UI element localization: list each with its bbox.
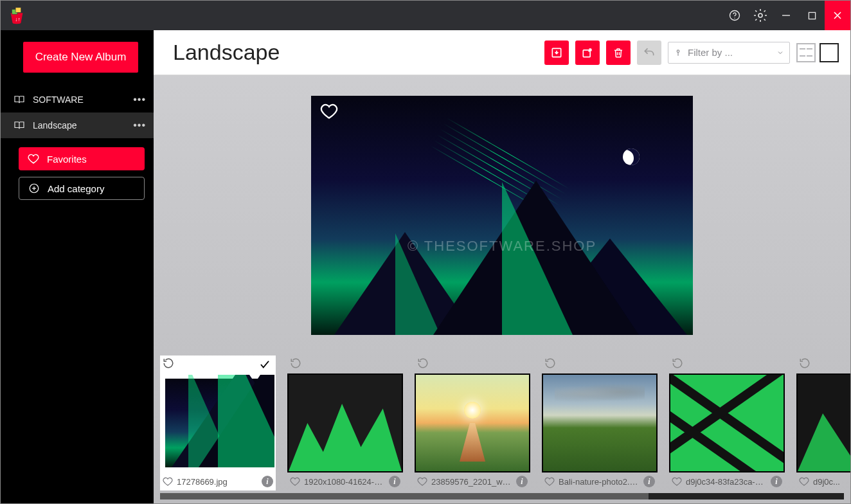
thumb-top [415, 356, 530, 374]
preview-area: © THESOFTWARE.SHOP [154, 75, 850, 356]
horizontal-scrollbar[interactable] [160, 493, 844, 500]
main-panel: Landscape Filte [154, 30, 850, 503]
favorite-heart-icon[interactable] [320, 102, 338, 120]
thumb-footer: 23859576_2201_w030_...i [415, 473, 530, 491]
undo-button [637, 40, 661, 65]
thumb-footer: d9j0c34-83fa23ca-8817...i [669, 473, 785, 491]
thumb-top [542, 356, 658, 374]
heart-icon[interactable] [290, 476, 300, 487]
info-icon[interactable]: i [516, 476, 528, 487]
delete-button[interactable] [606, 40, 631, 65]
svg-text:↓↑: ↓↑ [15, 16, 20, 22]
view-toggle [796, 43, 839, 62]
app-body: Create New Album SOFTWARE ••• Landscape … [1, 30, 850, 503]
svg-point-5 [758, 14, 762, 17]
info-icon[interactable]: i [262, 476, 273, 487]
heart-icon[interactable] [672, 476, 682, 487]
heart-icon[interactable] [799, 476, 809, 487]
heart-icon[interactable] [163, 476, 173, 487]
thumb-image[interactable] [415, 374, 530, 473]
main-header: Landscape Filte [154, 30, 850, 75]
thumb-footer: d9j0c...i [796, 473, 850, 491]
watermark-text: © THESOFTWARE.SHOP [408, 238, 596, 255]
svg-rect-7 [809, 12, 815, 19]
add-category-button[interactable]: Add category [19, 177, 145, 200]
page-title: Landscape [173, 40, 280, 65]
thumbnail-card[interactable]: 17278669.jpgi [160, 356, 276, 491]
thumb-image[interactable] [669, 374, 785, 473]
thumb-filename: 1920x1080-41624-Mini... [304, 477, 385, 487]
rotate-icon[interactable] [163, 357, 174, 372]
titlebar: ↓↑ [1, 1, 850, 30]
filter-pin-icon [674, 48, 683, 57]
titlebar-controls [722, 1, 850, 30]
thumbnail-card[interactable]: 1920x1080-41624-Mini...i [287, 356, 403, 491]
album-list: SOFTWARE ••• Landscape ••• [1, 87, 154, 138]
download-button[interactable] [544, 40, 569, 65]
plus-circle-icon [28, 183, 40, 194]
thumbnail-card[interactable]: d9j0c...i [796, 356, 850, 491]
info-icon[interactable]: i [771, 476, 782, 487]
titlebar-left: ↓↑ [7, 6, 26, 25]
rotate-icon[interactable] [544, 357, 556, 372]
album-label: SOFTWARE [33, 94, 84, 105]
header-toolbar: Filter by ... [544, 40, 839, 65]
share-button[interactable] [575, 40, 600, 65]
thumb-image[interactable] [287, 374, 403, 473]
selected-check-icon [256, 356, 273, 373]
sidebar-album-landscape[interactable]: Landscape ••• [1, 113, 154, 138]
thumb-image[interactable] [542, 374, 658, 473]
svg-point-4 [734, 18, 735, 19]
favorites-button[interactable]: Favorites [19, 147, 145, 170]
filter-placeholder: Filter by ... [688, 47, 733, 58]
close-button[interactable] [825, 1, 850, 30]
more-icon[interactable]: ••• [133, 120, 146, 131]
album-label: Landscape [33, 120, 77, 130]
thumbnail-card[interactable]: Bali-nature-photo2.jpgi [542, 356, 658, 491]
thumbnail-card[interactable]: 23859576_2201_w030_...i [415, 356, 530, 491]
thumb-filename: d9j0c... [813, 477, 850, 487]
heart-icon[interactable] [544, 476, 555, 487]
maximize-button[interactable] [799, 1, 825, 30]
create-album-button[interactable]: Create New Album [23, 42, 138, 73]
book-icon [13, 121, 25, 130]
info-icon[interactable]: i [389, 476, 400, 487]
info-icon[interactable]: i [643, 476, 655, 487]
help-icon[interactable] [722, 1, 748, 30]
more-icon[interactable]: ••• [133, 94, 146, 105]
thumb-footer: 1920x1080-41624-Mini...i [287, 473, 403, 491]
book-icon [13, 95, 25, 104]
app-window: ↓↑ Create New Album [0, 0, 851, 504]
sidebar: Create New Album SOFTWARE ••• Landscape … [1, 30, 154, 503]
thumb-top [287, 356, 403, 374]
thumb-top [796, 356, 850, 374]
svg-rect-1 [15, 8, 21, 13]
thumb-filename: Bali-nature-photo2.jpg [559, 477, 640, 487]
thumb-image[interactable] [796, 374, 850, 473]
rotate-icon[interactable] [672, 357, 683, 372]
thumb-filename: d9j0c34-83fa23ca-8817... [686, 477, 767, 487]
filter-dropdown[interactable]: Filter by ... [668, 42, 790, 64]
thumbnail-strip: 17278669.jpgi1920x1080-41624-Mini...i238… [154, 356, 850, 493]
thumb-image[interactable] [160, 374, 276, 473]
chevron-down-icon [776, 49, 784, 57]
add-category-label: Add category [48, 183, 104, 194]
heart-icon [28, 153, 39, 165]
rotate-icon[interactable] [290, 357, 301, 372]
minimize-button[interactable] [773, 1, 799, 30]
thumb-top [669, 356, 785, 374]
app-logo-icon: ↓↑ [7, 6, 26, 25]
favorites-label: Favorites [47, 154, 87, 165]
sidebar-album-software[interactable]: SOFTWARE ••• [1, 87, 154, 113]
rotate-icon[interactable] [799, 357, 811, 372]
thumbnail-card[interactable]: d9j0c34-83fa23ca-8817...i [669, 356, 785, 491]
image-preview[interactable]: © THESOFTWARE.SHOP [311, 96, 693, 335]
category-group: Favorites Add category [19, 147, 145, 200]
thumb-top [160, 356, 276, 374]
thumb-footer: Bali-nature-photo2.jpgi [542, 473, 658, 491]
view-detail-button[interactable] [820, 43, 839, 62]
gear-icon[interactable] [748, 1, 773, 30]
heart-icon[interactable] [417, 476, 427, 487]
rotate-icon[interactable] [417, 357, 429, 372]
view-grid-button[interactable] [796, 43, 816, 62]
